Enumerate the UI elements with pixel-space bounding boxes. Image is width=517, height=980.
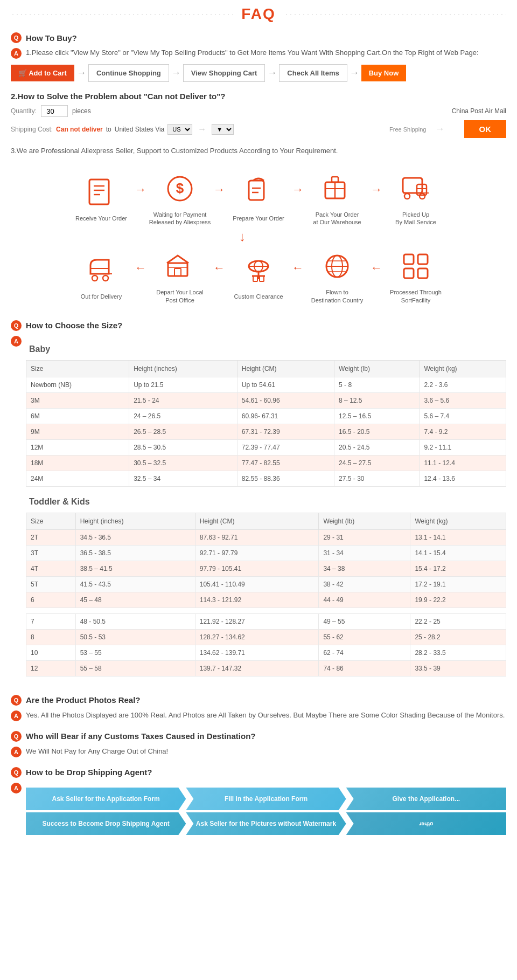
- toddler-table-row: 1255 – 58139.7 - 147.3274 - 8633.5 - 39: [26, 660, 506, 676]
- answer-4: A Baby Size Height (inches) Height (CM) …: [11, 335, 506, 685]
- svg-rect-24: [174, 268, 181, 276]
- toddler-table-row: 645 – 48114.3 - 121.9244 - 4919.9 - 22.2: [26, 592, 506, 608]
- toddler-header-row: Size Height (inches) Height (CM) Weight …: [26, 513, 506, 529]
- fly-icon: [318, 247, 356, 285]
- question-6-text: Who will Bear if any Customs Taxes Cause…: [26, 731, 255, 741]
- pickup-icon: [397, 170, 435, 208]
- flow-arrow-2: →: [213, 183, 225, 197]
- view-shopping-cart-button[interactable]: View Shopping Cart: [183, 64, 266, 82]
- answer-6-text: We Will Not Pay for Any Charge Out of Ch…: [26, 746, 506, 757]
- flow-arrow-7: ←: [292, 261, 304, 275]
- pieces-label: pieces: [72, 107, 91, 115]
- question-5: Q Are the Product Photos Real?: [11, 695, 506, 706]
- baby-table-row: 3M21.5 - 2454.61 - 60.968 – 12.53.6 – 5.…: [26, 392, 506, 408]
- to-text: to: [106, 126, 111, 133]
- professional-text: 3.We are Professional Aliexpress Seller,…: [11, 146, 506, 157]
- country-select[interactable]: US: [167, 124, 192, 135]
- svg-point-21: [103, 275, 108, 281]
- toddler-table-row: 748 - 50.5121.92 - 128.2749 – 5522.2 - 2…: [26, 613, 506, 629]
- flow-arrow-3: →: [292, 183, 304, 197]
- baby-table-row: 24M32.5 – 3482.55 - 88.3627.5 - 3012.4 -…: [26, 471, 506, 486]
- toddler-title: Toddler & Kids: [29, 495, 506, 508]
- flow-item-sort: Processed ThroughSortFacility: [383, 247, 448, 304]
- drop-flow-row1: Ask Seller for the Application Form Fill…: [26, 788, 506, 810]
- ok-button[interactable]: OK: [464, 120, 507, 138]
- fly-label: Flown toDestination Country: [311, 288, 364, 304]
- receive-icon: [82, 174, 120, 211]
- order-flow-row2: Out for Delivery ← Depart Your LocalPost…: [11, 247, 506, 304]
- svg-point-17: [420, 194, 425, 199]
- flow-item-pack: Pack Your Orderat Our Warehouse: [305, 170, 369, 226]
- answer-5: A Yes. All the Photos Displayed are 100%…: [11, 710, 506, 721]
- question-1: Q How To Buy?: [11, 32, 506, 43]
- flow-item-delivery: Out for Delivery: [69, 252, 134, 300]
- prepare-icon: [240, 174, 277, 211]
- answer-6: A We Will Not Pay for Any Charge Out of …: [11, 746, 506, 757]
- toddler-table-row: 4T38.5 – 41.597.79 - 105.4134 – 3815.4 -…: [26, 561, 506, 576]
- drop-flow-container: Ask Seller for the Application Form Fill…: [26, 782, 506, 835]
- flow-item-depart: Depart Your LocalPost Office: [148, 247, 212, 304]
- shipping-arrow: →: [198, 125, 206, 134]
- toddler-col-weight-lb: Weight (lb): [319, 513, 410, 529]
- q-badge-7: Q: [11, 767, 22, 778]
- drop-step-4: Success to Become Drop Shipping Agent: [26, 812, 186, 835]
- flow-item-prepare: Prepare Your Order: [226, 174, 291, 222]
- question-2: 2.How to Solve the Problem about "Can no…: [11, 92, 506, 101]
- a-badge-7: A: [11, 783, 22, 793]
- drop-step-1: Ask Seller for the Application Form: [26, 788, 186, 810]
- svg-rect-6: [249, 181, 264, 200]
- add-to-cart-button[interactable]: 🛒 Add to Cart: [11, 65, 74, 81]
- q-badge-1: Q: [11, 32, 22, 43]
- shipping-method-select[interactable]: ▼: [212, 124, 234, 135]
- question-4-text: How to Choose the Size?: [26, 321, 122, 330]
- payment-label: Waiting for PaymentReleased by Aliexpres…: [149, 211, 211, 226]
- svg-rect-39: [418, 254, 428, 264]
- order-flow-row1: Receive Your Order → $ Waiting for Payme…: [11, 170, 506, 226]
- q-badge-4: Q: [11, 320, 22, 331]
- receive-label: Receive Your Order: [75, 215, 127, 222]
- baby-col-height-in: Height (inches): [129, 360, 237, 377]
- flow-item-payment: $ Waiting for PaymentReleased by Aliexpr…: [148, 170, 212, 226]
- baby-col-size: Size: [26, 360, 129, 377]
- svg-text:$: $: [176, 180, 184, 196]
- baby-table-row: 12M28.5 – 30.572.39 - 77.4720.5 - 24.59.…: [26, 439, 506, 455]
- svg-rect-0: [89, 180, 109, 204]
- question-1-text: How To Buy?: [26, 33, 77, 43]
- continue-shopping-button[interactable]: Continue Shopping: [88, 64, 169, 82]
- drop-step-2: Fill in the Application Form: [186, 788, 346, 810]
- shipping-row: Shipping Cost: Can not deliver to United…: [11, 120, 506, 138]
- arrow-1: →: [76, 67, 86, 79]
- a-badge-5: A: [11, 710, 22, 721]
- a-badge-6: A: [11, 747, 22, 757]
- sort-icon: [397, 247, 435, 285]
- cannot-deliver-text: Can not deliver: [56, 126, 103, 133]
- buy-now-button[interactable]: Buy Now: [361, 65, 407, 81]
- toddler-table-row: 2T34.5 - 36.587.63 - 92.7129 - 3113.1 - …: [26, 529, 506, 545]
- quantity-input[interactable]: 30: [41, 105, 68, 117]
- question-7-text: How to be Drop Shipping Agent?: [26, 768, 152, 777]
- baby-col-height-cm: Height (CM): [237, 360, 334, 377]
- depart-label: Depart Your LocalPost Office: [156, 288, 203, 304]
- check-all-items-button[interactable]: Check All Items: [279, 64, 347, 82]
- arrow-3: →: [267, 67, 277, 79]
- table-gap-row: [26, 608, 506, 613]
- shipping-cost-label: Shipping Cost:: [11, 126, 53, 133]
- prepare-label: Prepare Your Order: [233, 215, 284, 222]
- baby-col-weight-kg: Weight (kg): [420, 360, 506, 377]
- delivery-label: Out for Delivery: [81, 293, 122, 300]
- free-shipping-text: Free Shipping: [389, 126, 427, 133]
- flow-arrow-8: ←: [371, 261, 382, 275]
- svg-rect-41: [418, 268, 428, 278]
- svg-point-16: [404, 194, 410, 199]
- drop-step-6: ɹəɥʇo: [346, 812, 506, 835]
- question-4: Q How to Choose the Size?: [11, 320, 506, 331]
- drop-step-3: Give the Application...: [346, 788, 506, 810]
- baby-table-row: Newborn (NB)Up to 21.5Up to 54.615 - 82.…: [26, 377, 506, 392]
- question-5-text: Are the Product Photos Real?: [26, 695, 141, 705]
- toddler-col-size: Size: [26, 513, 76, 529]
- toddler-col-weight-kg: Weight (kg): [410, 513, 506, 529]
- china-post-label: China Post Air Mail: [452, 107, 506, 115]
- question-6: Q Who will Bear if any Customs Taxes Cau…: [11, 731, 506, 742]
- toddler-col-height-in: Height (inches): [75, 513, 195, 529]
- quantity-row: Quantity: 30 pieces China Post Air Mail: [11, 105, 506, 117]
